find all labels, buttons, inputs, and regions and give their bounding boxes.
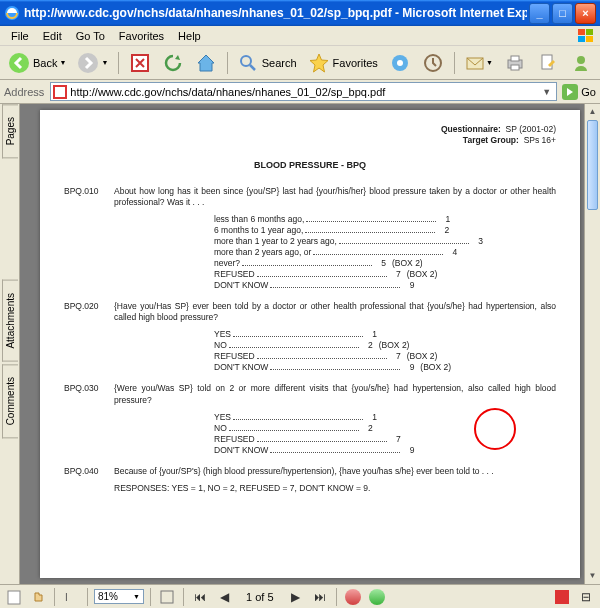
q010-code: BPQ.010 xyxy=(64,186,114,291)
pages-tab[interactable]: Pages xyxy=(2,104,18,158)
go-button[interactable]: Go xyxy=(561,83,596,101)
q030-code: BPQ.030 xyxy=(64,383,114,455)
mail-dropdown-icon: ▼ xyxy=(486,59,493,66)
fit-icon xyxy=(159,589,175,605)
scroll-thumb[interactable] xyxy=(587,120,598,210)
back-view-button[interactable] xyxy=(343,587,363,607)
collapse-button[interactable]: ⊟ xyxy=(576,587,596,607)
forward-dropdown-icon: ▼ xyxy=(101,59,108,66)
svg-rect-2 xyxy=(586,29,593,35)
pdf-menu-button[interactable] xyxy=(552,587,572,607)
option-row: YES1 xyxy=(214,329,556,340)
address-field[interactable]: ▼ xyxy=(50,82,557,101)
pdf-save-button[interactable] xyxy=(4,587,24,607)
option-row: REFUSED7(BOX 2) xyxy=(214,269,556,280)
svg-point-6 xyxy=(78,53,98,73)
svg-text:I: I xyxy=(65,592,68,603)
address-dropdown-icon[interactable]: ▼ xyxy=(539,87,554,97)
svg-rect-1 xyxy=(578,29,585,35)
svg-point-10 xyxy=(397,60,403,66)
option-row: NO2(BOX 2) xyxy=(214,340,556,351)
address-label: Address xyxy=(4,86,44,98)
zoom-value: 81% xyxy=(98,591,118,602)
go-label: Go xyxy=(581,86,596,98)
maximize-button[interactable]: □ xyxy=(552,3,573,24)
svg-rect-15 xyxy=(511,65,519,70)
page-indicator: 1 of 5 xyxy=(246,591,274,603)
messenger-button[interactable] xyxy=(566,50,596,76)
menu-file[interactable]: File xyxy=(4,28,36,44)
zoom-select[interactable]: 81%▼ xyxy=(94,589,144,604)
svg-rect-14 xyxy=(511,56,519,61)
edit-doc-button[interactable] xyxy=(533,50,563,76)
svg-point-17 xyxy=(577,56,585,64)
favorites-button[interactable]: Favorites xyxy=(304,50,382,76)
pdf-select-button[interactable] xyxy=(28,587,48,607)
pdf-text-select-button[interactable]: I xyxy=(61,587,81,607)
print-icon xyxy=(504,52,526,74)
q020-text: {Have you/Has SP} ever been told by a do… xyxy=(114,301,556,323)
mail-button[interactable]: ▼ xyxy=(460,50,497,76)
pdf-page: Questionnaire: SP (2001-02) Target Group… xyxy=(40,110,580,578)
scroll-down-icon[interactable]: ▼ xyxy=(585,568,600,584)
url-input[interactable] xyxy=(70,86,539,98)
meta-tg-val: SPs 16+ xyxy=(524,135,556,145)
q040-code: BPQ.040 xyxy=(64,466,114,500)
svg-rect-19 xyxy=(55,87,65,97)
svg-rect-23 xyxy=(161,591,173,603)
back-label: Back xyxy=(33,57,57,69)
favorites-label: Favorites xyxy=(333,57,378,69)
option-row: less than 6 months ago,1 xyxy=(214,214,556,225)
menu-edit[interactable]: Edit xyxy=(36,28,69,44)
forward-icon xyxy=(77,52,99,74)
back-button[interactable]: Back ▼ xyxy=(4,50,70,76)
forward-button[interactable]: ▼ xyxy=(73,50,112,76)
close-button[interactable]: × xyxy=(575,3,596,24)
q030-text: {Were you/Was SP} told on 2 or more diff… xyxy=(114,383,556,405)
attachments-tab[interactable]: Attachments xyxy=(2,280,18,362)
search-label: Search xyxy=(262,57,297,69)
forward-view-button[interactable] xyxy=(367,587,387,607)
ie-logo-icon xyxy=(4,5,20,21)
window-title: http://www.cdc.gov/nchs/data/nhanes/nhan… xyxy=(24,6,527,20)
document-viewport[interactable]: Questionnaire: SP (2001-02) Target Group… xyxy=(20,104,600,584)
home-icon xyxy=(195,52,217,74)
vertical-scrollbar[interactable]: ▲ ▼ xyxy=(584,104,600,584)
menu-favorites[interactable]: Favorites xyxy=(112,28,171,44)
svg-rect-3 xyxy=(578,36,585,42)
home-button[interactable] xyxy=(191,50,221,76)
prev-page-button[interactable]: ◀ xyxy=(214,587,234,607)
stop-button[interactable] xyxy=(125,50,155,76)
last-page-button[interactable]: ⏭ xyxy=(310,587,330,607)
print-button[interactable] xyxy=(500,50,530,76)
media-button[interactable] xyxy=(385,50,415,76)
menu-help[interactable]: Help xyxy=(171,28,208,44)
pdf-toolbar: I 81%▼ ⏮ ◀ 1 of 5 ▶ ⏭ ⊟ xyxy=(0,584,600,608)
option-row: DON'T KNOW9 xyxy=(214,280,556,291)
browser-toolbar: Back ▼ ▼ Search Favorites ▼ xyxy=(0,46,600,80)
minimize-button[interactable]: _ xyxy=(529,3,550,24)
circle-back-icon xyxy=(345,589,361,605)
search-icon xyxy=(237,52,259,74)
next-page-button[interactable]: ▶ xyxy=(286,587,306,607)
pdf-icon xyxy=(53,85,67,99)
history-button[interactable] xyxy=(418,50,448,76)
content-area: Pages Attachments Comments Questionnaire… xyxy=(0,104,600,584)
back-icon xyxy=(8,52,30,74)
option-row: more than 1 year to 2 years ago,3 xyxy=(214,236,556,247)
search-button[interactable]: Search xyxy=(233,50,301,76)
messenger-icon xyxy=(570,52,592,74)
media-icon xyxy=(389,52,411,74)
scroll-up-icon[interactable]: ▲ xyxy=(585,104,600,120)
meta-q-label: Questionnaire: xyxy=(441,124,501,134)
zoom-dropdown-icon: ▼ xyxy=(133,593,140,600)
comments-tab[interactable]: Comments xyxy=(2,364,18,438)
menu-goto[interactable]: Go To xyxy=(69,28,112,44)
back-dropdown-icon: ▼ xyxy=(59,59,66,66)
pdf-fit-button[interactable] xyxy=(157,587,177,607)
refresh-button[interactable] xyxy=(158,50,188,76)
option-row: never?5(BOX 2) xyxy=(214,258,556,269)
first-page-button[interactable]: ⏮ xyxy=(190,587,210,607)
option-row: DON'T KNOW9(BOX 2) xyxy=(214,362,556,373)
edit-icon xyxy=(537,52,559,74)
